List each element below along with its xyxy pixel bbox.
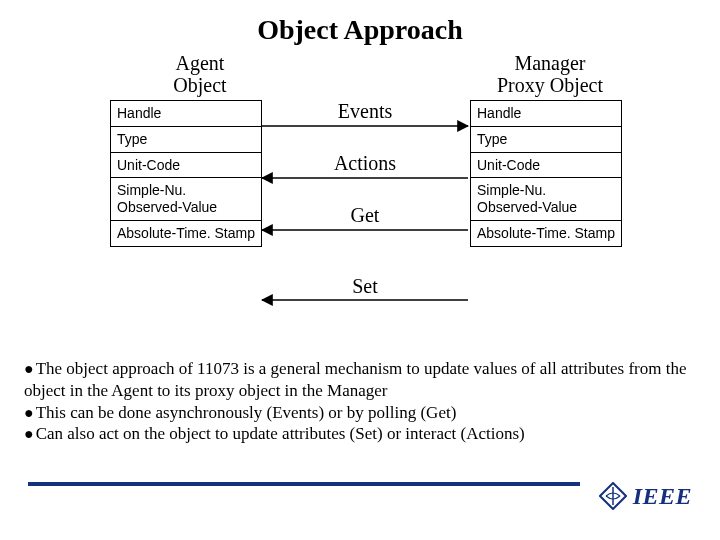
label-get: Get (305, 204, 425, 227)
footer-rule (28, 482, 580, 486)
manager-row: Absolute-Time. Stamp (471, 221, 621, 246)
bullet: ●Can also act on the object to update at… (24, 423, 696, 445)
bullet-text: Can also act on the object to update att… (36, 424, 525, 443)
ieee-diamond-icon (599, 482, 627, 510)
bullet: ●This can be done asynchronously (Events… (24, 402, 696, 424)
slide-title: Object Approach (0, 14, 720, 46)
label-actions: Actions (305, 152, 425, 175)
label-events: Events (305, 100, 425, 123)
ieee-text: IEEE (633, 483, 692, 510)
agent-heading-l1: Agent (176, 52, 225, 74)
bullet-text: The object approach of 11073 is a genera… (24, 359, 687, 400)
label-set: Set (305, 275, 425, 298)
manager-object-box: Handle Type Unit-Code Simple-Nu. Observe… (470, 100, 622, 247)
manager-row: Simple-Nu. Observed-Value (471, 178, 621, 221)
agent-row: Absolute-Time. Stamp (111, 221, 261, 246)
bullet-dot-icon: ● (24, 360, 36, 377)
bullet-block: ●The object approach of 11073 is a gener… (24, 358, 696, 445)
manager-heading: Manager Proxy Object (470, 52, 630, 96)
agent-row: Type (111, 127, 261, 153)
manager-heading-l2: Proxy Object (497, 74, 603, 96)
agent-row: Unit-Code (111, 153, 261, 179)
agent-heading-l2: Object (173, 74, 226, 96)
bullet-dot-icon: ● (24, 425, 36, 442)
ieee-logo: IEEE (599, 482, 692, 510)
manager-row: Unit-Code (471, 153, 621, 179)
bullet-dot-icon: ● (24, 404, 36, 421)
manager-row: Handle (471, 101, 621, 127)
manager-row: Type (471, 127, 621, 153)
agent-row: Simple-Nu. Observed-Value (111, 178, 261, 221)
agent-heading: Agent Object (120, 52, 280, 96)
agent-object-box: Handle Type Unit-Code Simple-Nu. Observe… (110, 100, 262, 247)
agent-row: Handle (111, 101, 261, 127)
manager-heading-l1: Manager (514, 52, 585, 74)
bullet-text: This can be done asynchronously (Events)… (36, 403, 457, 422)
bullet: ●The object approach of 11073 is a gener… (24, 358, 696, 402)
